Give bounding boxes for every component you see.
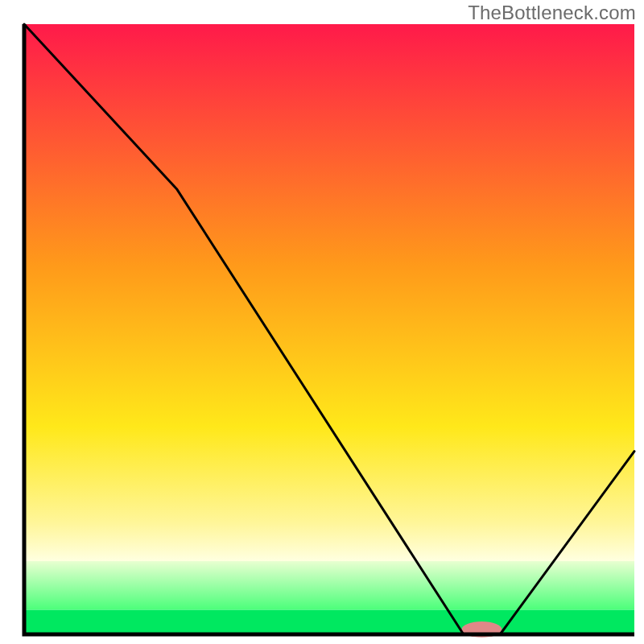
watermark-text: TheBottleneck.com xyxy=(468,2,636,24)
svg-rect-2 xyxy=(24,610,634,634)
chart-svg xyxy=(0,0,644,644)
chart-container: { "watermark": "TheBottleneck.com", "cha… xyxy=(0,0,644,644)
plot-area xyxy=(24,24,634,638)
svg-rect-1 xyxy=(24,561,634,610)
svg-rect-0 xyxy=(24,24,634,561)
